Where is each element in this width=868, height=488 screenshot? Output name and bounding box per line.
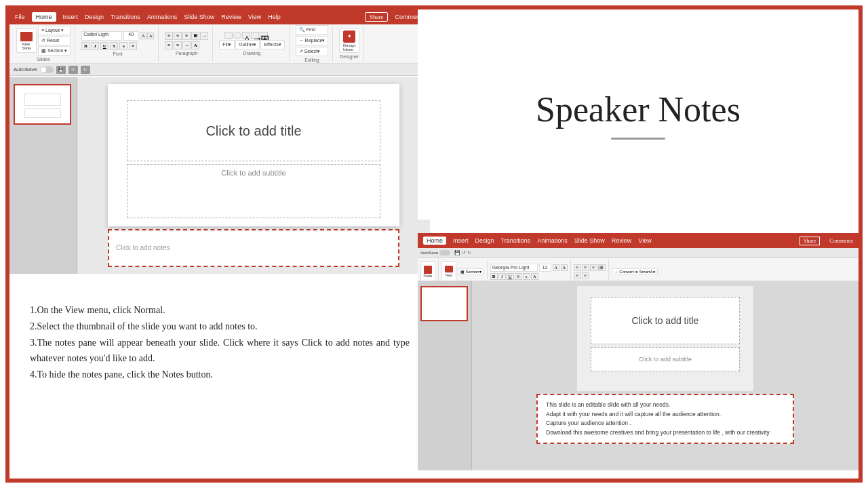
ppt2-menu-review[interactable]: Review: [612, 237, 632, 244]
ppt2-slide-thumbnail[interactable]: [420, 286, 468, 321]
share-button[interactable]: Share: [365, 12, 389, 22]
font-size-select[interactable]: 40: [123, 31, 138, 41]
slide-thumbnail-1[interactable]: [14, 84, 71, 125]
ppt2-menu-animations[interactable]: Animations: [537, 237, 568, 244]
ribbon-toolbar: NewSlide ≡ Layout ▾ ↺ Reset ▦ Section ▾ …: [9, 24, 430, 64]
ppt2-font-color[interactable]: A: [531, 273, 538, 280]
main-slide[interactable]: Click to add title Click to add subtitle: [108, 84, 399, 226]
strikethrough-button[interactable]: S: [110, 42, 118, 50]
align-left-button[interactable]: ≡: [165, 32, 173, 40]
section-button[interactable]: ▦ Section ▾: [38, 46, 71, 56]
ppt2-undo-icon[interactable]: ↺: [462, 250, 466, 256]
group-label-designer: Designer: [340, 54, 359, 59]
ppt2-align-right[interactable]: ≡: [590, 264, 597, 271]
smartart-button[interactable]: →: [200, 32, 208, 40]
ppt2-title-placeholder[interactable]: Click to add title: [591, 297, 740, 344]
replace-button[interactable]: ↔ Replace▾: [296, 36, 329, 45]
layout-button[interactable]: ≡ Layout ▾: [38, 26, 71, 35]
shape-rect[interactable]: [224, 32, 233, 39]
shape-triangle[interactable]: △: [242, 32, 250, 39]
arrange-button[interactable]: ⊞: [260, 32, 268, 39]
decrease-font-button[interactable]: A: [147, 33, 154, 39]
numbering-button[interactable]: ≡: [174, 41, 182, 49]
slide-title-text: Click to add title: [205, 123, 301, 139]
font-name-select[interactable]: Calibri Light: [81, 31, 122, 41]
new-slide-button[interactable]: NewSlide: [16, 28, 37, 53]
select-button[interactable]: ↗ Select▾: [296, 47, 329, 56]
instructions-step2: 2.Select the thumbnail of the slide you …: [30, 319, 410, 335]
menu-home[interactable]: Home: [32, 12, 56, 22]
ppt2-subtitle-placeholder[interactable]: Click to add subtitle: [591, 347, 740, 371]
menu-animations[interactable]: Animations: [147, 14, 178, 20]
ppt2-numbering[interactable]: ≡: [582, 272, 589, 279]
shape-fill-button[interactable]: Fill▾: [219, 40, 235, 49]
ppt2-strikethrough[interactable]: S: [515, 273, 522, 280]
menu-design[interactable]: Design: [85, 14, 104, 20]
ppt2-share-button[interactable]: Share: [800, 237, 820, 245]
ppt2-save-icon[interactable]: 💾: [454, 250, 460, 256]
reset-button[interactable]: ↺ Reset: [38, 36, 71, 45]
ppt2-menu-home[interactable]: Home: [423, 237, 446, 245]
autosave-toggle[interactable]: [40, 66, 54, 73]
slide-title-placeholder[interactable]: Click to add title: [127, 100, 380, 161]
ppt2-autosave-toggle[interactable]: [439, 250, 450, 256]
menu-view[interactable]: View: [248, 14, 261, 20]
notes-pane[interactable]: Click to add notes: [108, 229, 399, 267]
ppt2-menu-design[interactable]: Design: [475, 237, 494, 244]
italic-button[interactable]: I: [91, 42, 99, 50]
ppt2-decrease-font[interactable]: A: [561, 264, 568, 271]
ppt2-new-slide-button[interactable]: New: [441, 261, 456, 283]
ppt2-redo-icon[interactable]: ↻: [467, 250, 471, 256]
ppt2-menu-slideshow[interactable]: Slide Show: [574, 237, 605, 244]
ppt2-font-select[interactable]: Georgia Pro Light: [490, 264, 538, 272]
ppt2-bullet[interactable]: ≡: [574, 272, 581, 279]
direction-button[interactable]: A: [191, 41, 199, 49]
slide-subtitle-placeholder[interactable]: Click to add subtitle: [127, 164, 380, 218]
increase-font-button[interactable]: A: [140, 33, 146, 39]
ppt2-columns[interactable]: ⊞: [598, 264, 606, 271]
ppt2-main-slide[interactable]: Click to add title Click to add subtitle: [577, 286, 753, 391]
redo-icon[interactable]: ↻: [81, 66, 90, 74]
ppt2-align-left[interactable]: ≡: [574, 264, 581, 271]
ppt2-shadow[interactable]: s: [523, 273, 530, 280]
underline-button[interactable]: U: [100, 42, 108, 50]
align-center-button[interactable]: ≡: [174, 32, 182, 40]
menu-review[interactable]: Review: [221, 14, 241, 20]
ppt2-menu-insert[interactable]: Insert: [453, 237, 469, 244]
ppt2-bold[interactable]: B: [490, 273, 498, 280]
shape-oval[interactable]: [233, 32, 241, 39]
ppt2-menu-transitions[interactable]: Transitions: [501, 237, 531, 244]
indent-button[interactable]: →: [182, 41, 191, 49]
menu-transitions[interactable]: Transitions: [111, 14, 140, 20]
shadow-button[interactable]: s: [119, 42, 127, 50]
bold-button[interactable]: B: [81, 42, 90, 50]
columns-button[interactable]: ⊞: [191, 32, 199, 40]
shape-arrow[interactable]: →: [251, 32, 259, 39]
spacing-button[interactable]: ≡: [129, 42, 137, 50]
ppt2-increase-font[interactable]: A: [553, 264, 559, 271]
save-icon[interactable]: 💾: [56, 66, 66, 74]
thumb-sub-box: [24, 108, 61, 118]
undo-icon[interactable]: ↺: [68, 66, 78, 74]
designer-button[interactable]: ✦ DesignIdeas: [339, 28, 359, 53]
ppt2-italic[interactable]: I: [498, 273, 506, 280]
menu-insert[interactable]: Insert: [63, 14, 79, 20]
group-label-drawing: Drawing: [243, 51, 261, 56]
shape-outline-button[interactable]: Outline▾: [235, 40, 260, 49]
menu-file[interactable]: File: [15, 14, 25, 20]
shape-effects-button[interactable]: Effects▾: [260, 40, 284, 49]
menu-help[interactable]: Help: [268, 14, 281, 20]
ppt2-comments-button[interactable]: Comments: [829, 238, 853, 244]
align-right-button[interactable]: ≡: [182, 32, 191, 40]
ppt2-smartart-button[interactable]: → Convert to SmartArt: [612, 268, 658, 275]
ppt2-font-size[interactable]: 12: [539, 264, 551, 272]
ppt2-section-button[interactable]: ▦ Section▾: [458, 268, 484, 275]
find-button[interactable]: 🔍 Find: [296, 25, 329, 35]
ppt2-underline[interactable]: U: [507, 273, 514, 280]
bullet-button[interactable]: ≡: [165, 41, 173, 49]
ppt2-align-center[interactable]: ≡: [582, 264, 589, 271]
ppt2-notes-pane[interactable]: This slide is an editable slide with all…: [536, 394, 794, 444]
menu-slideshow[interactable]: Slide Show: [184, 14, 214, 20]
ppt2-menu-view[interactable]: View: [638, 237, 651, 244]
ppt2-paste-button[interactable]: Paste: [420, 261, 435, 283]
